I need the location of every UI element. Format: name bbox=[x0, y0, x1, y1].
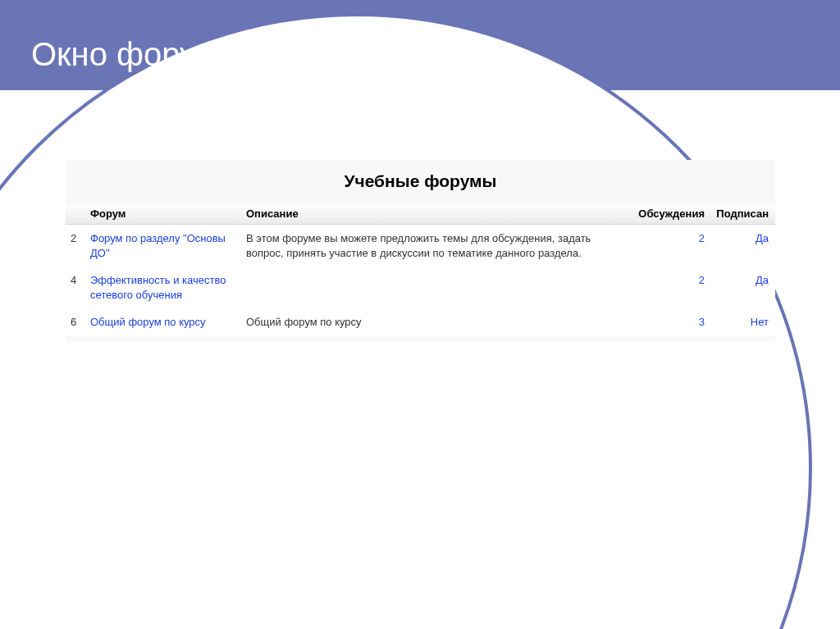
forum-link[interactable]: Эффективность и качество сетевого обучен… bbox=[90, 274, 226, 301]
row-subscribed: Да bbox=[710, 225, 775, 267]
subscribed-link[interactable]: Да bbox=[756, 274, 769, 286]
content-panel: Учебные форумы Форум Описание Обсуждения… bbox=[66, 160, 775, 341]
col-discussions-header: Обсуждения bbox=[628, 204, 710, 225]
row-description: Общий форум по курсу bbox=[241, 308, 628, 336]
row-number: 2 bbox=[66, 225, 85, 267]
table-header-row: Форум Описание Обсуждения Подписан bbox=[66, 204, 775, 225]
slide-title: Окно форумов на курсе bbox=[31, 36, 392, 73]
row-description bbox=[241, 267, 628, 308]
col-forum-header: Форум bbox=[85, 204, 241, 225]
forums-table: Форум Описание Обсуждения Подписан 2 Фор… bbox=[66, 204, 775, 336]
table-row: 6 Общий форум по курсу Общий форум по ку… bbox=[66, 308, 775, 336]
table-row: 2 Форум по разделу "Основы ДО" В этом фо… bbox=[66, 225, 775, 267]
discussions-link[interactable]: 2 bbox=[699, 232, 705, 244]
forum-link[interactable]: Общий форум по курсу bbox=[90, 316, 206, 328]
row-description: В этом форуме вы можете предложить темы … bbox=[241, 225, 628, 267]
discussions-link[interactable]: 2 bbox=[699, 274, 705, 286]
col-number-header bbox=[66, 204, 85, 225]
row-discussions: 3 bbox=[628, 308, 710, 336]
row-forum: Форум по разделу "Основы ДО" bbox=[85, 225, 241, 267]
row-number: 4 bbox=[66, 267, 85, 308]
col-subscribed-header: Подписан bbox=[710, 204, 775, 225]
content-heading: Учебные форумы bbox=[66, 160, 775, 204]
row-discussions: 2 bbox=[628, 225, 710, 267]
row-discussions: 2 bbox=[628, 267, 710, 308]
table-row: 4 Эффективность и качество сетевого обуч… bbox=[66, 267, 775, 308]
col-description-header: Описание bbox=[241, 204, 628, 225]
row-subscribed: Нет bbox=[710, 308, 775, 336]
discussions-link[interactable]: 3 bbox=[699, 316, 705, 328]
subscribed-link[interactable]: Нет bbox=[751, 316, 769, 328]
forum-link[interactable]: Форум по разделу "Основы ДО" bbox=[90, 232, 226, 259]
row-forum: Эффективность и качество сетевого обучен… bbox=[85, 267, 241, 308]
subscribed-link[interactable]: Да bbox=[756, 232, 769, 244]
row-number: 6 bbox=[66, 308, 85, 336]
row-subscribed: Да bbox=[710, 267, 775, 308]
table-bottom-shadow bbox=[66, 336, 775, 341]
row-forum: Общий форум по курсу bbox=[85, 308, 241, 336]
